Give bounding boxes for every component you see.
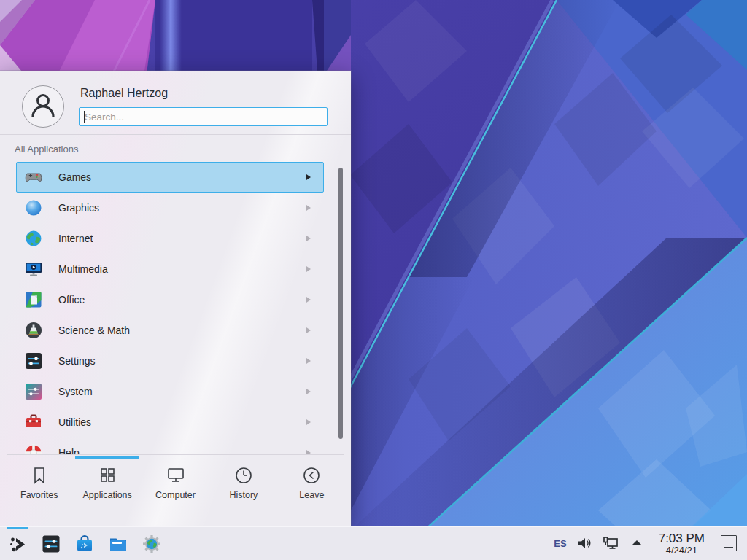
web-browser-icon[interactable] (142, 534, 162, 554)
expand-tray-icon[interactable] (628, 534, 646, 552)
tab-applications[interactable]: Applications (73, 464, 141, 500)
category-label: Science & Math (58, 324, 306, 336)
volume-icon[interactable] (576, 534, 593, 552)
text-caret (84, 111, 85, 122)
category-row-system[interactable]: System (16, 376, 324, 407)
system-tray: ES 7:03 PM 4/24/21 (554, 532, 747, 555)
submenu-arrow-icon (306, 205, 311, 211)
science-flask-icon (23, 320, 44, 341)
settings-sliders-icon (23, 351, 44, 371)
footer-tab-bar: Favorites Applications Computer History … (5, 464, 346, 500)
footer-separator (7, 454, 344, 455)
category-row-graphics[interactable]: Graphics (16, 192, 324, 223)
taskbar-panel: ES 7:03 PM 4/24/21 (0, 526, 747, 560)
category-label: Games (58, 171, 306, 183)
gamepad-icon (23, 167, 44, 187)
submenu-arrow-icon (306, 389, 311, 394)
tab-history[interactable]: History (209, 464, 277, 500)
submenu-arrow-icon (306, 327, 311, 333)
history-clock-icon (233, 464, 255, 486)
sphere-icon (23, 198, 44, 218)
globe-icon (23, 228, 44, 249)
computer-monitor-icon (165, 464, 187, 486)
active-tab-indicator (75, 456, 139, 459)
active-launcher-indicator (7, 527, 28, 529)
application-launcher-popup: Raphael Hertzog All Applications Games (0, 71, 351, 526)
category-list: Games Graphics Internet (16, 162, 324, 454)
tab-computer[interactable]: Computer (142, 464, 209, 500)
section-label: All Applications (15, 144, 78, 155)
scrollbar[interactable] (338, 168, 343, 439)
submenu-arrow-icon (306, 419, 311, 425)
clock-time: 7:03 PM (659, 532, 705, 545)
category-row-multimedia[interactable]: Multimedia (16, 254, 324, 284)
submenu-arrow-icon (306, 174, 311, 180)
launcher-header: Raphael Hertzog (0, 71, 351, 135)
category-label: Settings (58, 355, 306, 367)
category-row-office[interactable]: Office (16, 284, 324, 315)
file-manager-icon[interactable] (108, 534, 128, 554)
discover-icon[interactable] (74, 534, 95, 554)
clock-date: 4/24/21 (666, 545, 697, 556)
category-row-help[interactable]: Help (16, 438, 324, 454)
category-label: System (58, 386, 306, 397)
keyboard-layout-indicator[interactable]: ES (554, 538, 566, 549)
category-row-games[interactable]: Games (16, 162, 324, 192)
user-avatar[interactable] (22, 85, 64, 128)
category-label: Utilities (58, 416, 306, 428)
tab-leave[interactable]: Leave (278, 464, 346, 500)
tab-favorites[interactable]: Favorites (5, 464, 73, 500)
leave-icon (301, 464, 322, 486)
search-field-wrap (79, 107, 328, 126)
submenu-arrow-icon (306, 358, 311, 364)
toolbox-icon (23, 412, 44, 432)
bookmark-icon (28, 464, 50, 486)
category-label: Help (58, 447, 306, 454)
app-grid-icon (96, 464, 118, 486)
category-label: Multimedia (58, 263, 306, 275)
taskbar-launchers (0, 534, 162, 554)
category-row-science[interactable]: Science & Math (16, 315, 324, 346)
multimedia-icon (23, 259, 44, 279)
office-document-icon (23, 289, 44, 310)
category-row-internet[interactable]: Internet (16, 223, 324, 254)
desktop: Raphael Hertzog All Applications Games (0, 0, 747, 560)
show-desktop-widget[interactable] (721, 533, 738, 553)
submenu-arrow-icon (306, 236, 311, 241)
category-row-utilities[interactable]: Utilities (16, 407, 324, 438)
user-name: Raphael Hertzog (80, 87, 168, 100)
system-sliders-icon (23, 381, 44, 402)
category-label: Office (58, 294, 306, 306)
kde-launcher-icon[interactable] (7, 534, 28, 554)
system-settings-icon[interactable] (41, 534, 61, 554)
submenu-arrow-icon (306, 266, 311, 272)
show-desktop-icon (721, 535, 737, 551)
category-row-settings[interactable]: Settings (16, 346, 324, 376)
submenu-arrow-icon (306, 297, 311, 303)
category-label: Graphics (58, 202, 306, 214)
category-label: Internet (58, 233, 306, 244)
network-icon[interactable] (602, 534, 619, 552)
search-input[interactable] (79, 107, 328, 126)
lifebuoy-icon (23, 443, 44, 454)
digital-clock[interactable]: 7:03 PM 4/24/21 (659, 532, 705, 555)
